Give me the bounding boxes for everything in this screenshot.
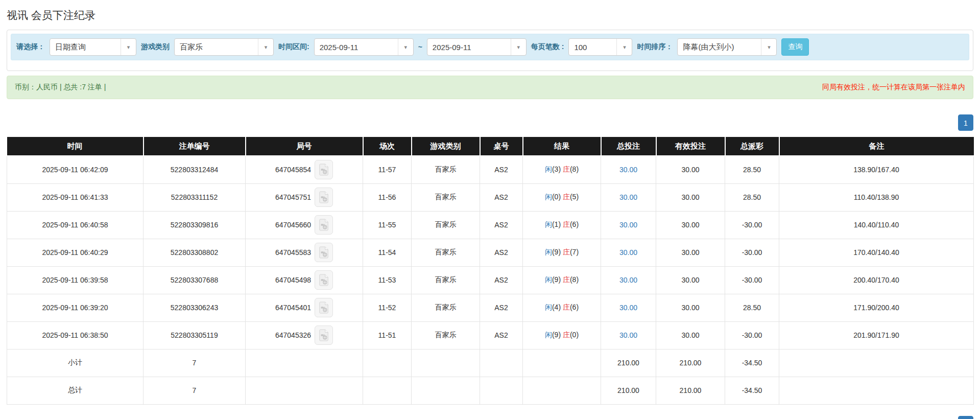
total-remark (779, 377, 974, 404)
cell-total-bet: 30.00 (601, 156, 656, 183)
filter-bar: 请选择： 日期查询 ▾ 游戏类别 百家乐 ▾ 时间区间: 2025-09-11 … (11, 34, 969, 60)
subtotal-label: 小计 (7, 349, 144, 377)
cell-remark: 170.40/140.40 (779, 239, 974, 266)
video-replay-button[interactable] (315, 160, 333, 179)
cell-table-no: AS2 (480, 183, 523, 211)
cell-total-bet: 30.00 (601, 321, 656, 349)
cell-round-id: 647045401 (246, 294, 363, 321)
table-row: 2025-09-11 06:42:09522803312484647045854… (7, 156, 974, 183)
column-header-5: 桌号 (480, 137, 523, 156)
game-type-value: 百家乐 (175, 42, 258, 52)
page-size-select[interactable]: 100 ▾ (568, 38, 632, 56)
subtotal-round (246, 349, 363, 377)
chevron-down-icon[interactable]: ▾ (121, 39, 136, 55)
cell-payout: -30.00 (725, 266, 779, 294)
chevron-down-icon[interactable]: ▾ (398, 39, 413, 55)
chevron-down-icon[interactable]: ▾ (258, 39, 273, 55)
page-button-1[interactable]: 1 (958, 416, 973, 419)
date-from-value: 2025-09-11 (315, 43, 398, 52)
cell-session: 11-57 (363, 156, 412, 183)
cell-table-no: AS2 (480, 211, 523, 239)
total-table (480, 377, 523, 404)
cell-remark: 201.90/171.90 (779, 321, 974, 349)
video-replay-button[interactable] (315, 325, 333, 345)
total-bet-link[interactable]: 30.00 (619, 276, 637, 284)
total-bet-link[interactable]: 30.00 (619, 166, 637, 174)
cell-time: 2025-09-11 06:39:20 (7, 294, 144, 321)
result-banker-label: 庄 (563, 165, 570, 173)
cell-round-id: 647045751 (246, 183, 363, 211)
cell-result: 闲(9) 庄(8) (523, 266, 601, 294)
table-row: 2025-09-11 06:39:58522803307688647045498… (7, 266, 974, 294)
subtotal-valid-bet: 210.00 (656, 349, 725, 377)
date-to-select[interactable]: 2025-09-11 ▾ (427, 38, 527, 56)
cell-table-no: AS2 (480, 266, 523, 294)
cell-bet-id: 522803309816 (144, 211, 246, 239)
game-type-select[interactable]: 百家乐 ▾ (174, 38, 274, 56)
video-replay-button[interactable] (315, 215, 333, 235)
round-id-text: 647045660 (275, 221, 311, 229)
subtotal-count: 7 (144, 349, 246, 377)
table-row: 2025-09-11 06:41:33522803311152647045751… (7, 183, 974, 211)
total-count: 7 (144, 377, 246, 404)
page-size-label: 每页笔数 : (531, 42, 564, 52)
result-banker-value: (0) (570, 331, 579, 339)
total-bet-link[interactable]: 30.00 (619, 248, 637, 257)
video-file-icon (318, 301, 329, 314)
cell-bet-id: 522803311152 (144, 183, 246, 211)
time-sort-label: 时间排序： (637, 42, 673, 52)
total-bet-link[interactable]: 30.00 (619, 331, 637, 339)
chevron-down-icon[interactable]: ▾ (511, 39, 526, 55)
cell-round-id: 647045326 (246, 321, 363, 349)
column-header-9: 总派彩 (725, 137, 779, 156)
total-bet-link[interactable]: 30.00 (619, 193, 637, 201)
search-button[interactable]: 查询 (781, 38, 809, 56)
column-header-10: 备注 (779, 137, 974, 156)
video-replay-button[interactable] (315, 188, 333, 207)
total-session (363, 377, 412, 404)
cell-game-type: 百家乐 (412, 183, 480, 211)
total-bet-link[interactable]: 30.00 (619, 304, 637, 312)
total-row: 总计7210.00210.00-34.50 (7, 377, 974, 404)
total-bet-link[interactable]: 30.00 (619, 221, 637, 229)
time-sort-select[interactable]: 降幕(由大到小) ▾ (677, 38, 777, 56)
cell-result: 闲(4) 庄(6) (523, 294, 601, 321)
cell-remark: 110.40/138.90 (779, 183, 974, 211)
pagination-bottom: 1 (7, 416, 973, 419)
video-replay-button[interactable] (315, 270, 333, 290)
cell-valid-bet: 30.00 (656, 183, 725, 211)
cell-game-type: 百家乐 (412, 266, 480, 294)
subtotal-game (412, 349, 480, 377)
result-banker-value: (8) (570, 275, 579, 284)
cell-total-bet: 30.00 (601, 183, 656, 211)
table-row: 2025-09-11 06:39:20522803306243647045401… (7, 294, 974, 321)
date-range-label: 时间区间: (278, 42, 309, 52)
cell-table-no: AS2 (480, 321, 523, 349)
result-player-value: (0) (552, 193, 563, 201)
cell-time: 2025-09-11 06:42:09 (7, 156, 144, 183)
cell-payout: -30.00 (725, 321, 779, 349)
column-header-3: 场次 (363, 137, 412, 156)
cell-remark: 138.90/167.40 (779, 156, 974, 183)
page-button-1[interactable]: 1 (958, 114, 973, 131)
subtotal-session (363, 349, 412, 377)
column-header-1: 注单编号 (144, 137, 246, 156)
chevron-down-icon[interactable]: ▾ (761, 39, 776, 55)
round-id-text: 647045751 (275, 193, 311, 201)
result-banker-label: 庄 (563, 303, 570, 311)
date-range-separator: ~ (418, 43, 422, 51)
cell-total-bet: 30.00 (601, 294, 656, 321)
chevron-down-icon[interactable]: ▾ (616, 39, 632, 55)
cell-round-id: 647045660 (246, 211, 363, 239)
query-type-value: 日期查询 (50, 42, 121, 52)
result-banker-label: 庄 (563, 193, 570, 201)
video-replay-button[interactable] (315, 243, 333, 262)
cell-valid-bet: 30.00 (656, 266, 725, 294)
subtotal-result (523, 349, 601, 377)
video-replay-button[interactable] (315, 298, 333, 317)
date-from-select[interactable]: 2025-09-11 ▾ (314, 38, 414, 56)
cell-result: 闲(0) 庄(5) (523, 183, 601, 211)
result-banker-value: (6) (570, 303, 579, 311)
total-label: 总计 (7, 377, 144, 404)
query-type-select[interactable]: 日期查询 ▾ (50, 38, 136, 56)
